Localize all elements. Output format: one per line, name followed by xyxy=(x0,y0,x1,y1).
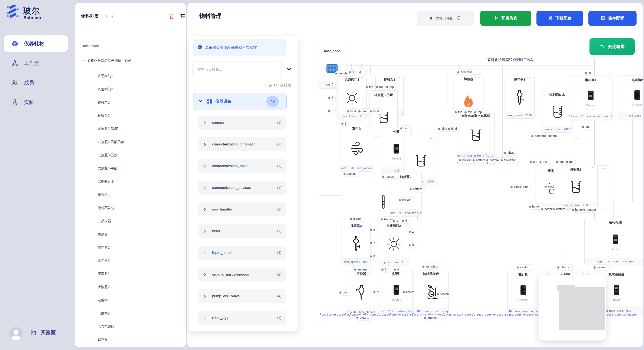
node-menu-icon[interactable]: ••• xyxy=(396,76,401,79)
port-chip[interactable]: gasso... xyxy=(594,265,610,270)
simulation-status-pill[interactable]: 仿真已停止 xyxy=(417,11,474,26)
port-chip[interactable]: 8 xyxy=(403,218,409,223)
port-chip[interactable]: filter_in xyxy=(558,265,573,270)
node-menu-icon[interactable]: ••• xyxy=(576,272,581,274)
node-menu-icon[interactable]: ••• xyxy=(639,220,643,222)
port-chip[interactable]: SolidOut xyxy=(502,157,518,163)
port-chip[interactable]: produc... xyxy=(425,315,441,321)
tree-item[interactable]: 八通阀门1 xyxy=(98,74,113,78)
port-chip[interactable]: 6 xyxy=(329,82,336,87)
download-config-button[interactable]: 下载配置 xyxy=(536,11,583,26)
sidebar-item-members[interactable]: 成员 xyxy=(4,74,68,91)
node-menu-icon[interactable]: ••• xyxy=(363,223,368,225)
node-menu-icon[interactable]: ••• xyxy=(390,92,395,94)
tree-item[interactable]: 八通阀门2 xyxy=(98,87,113,92)
template-item-characterization_chromatic[interactable]: characterization_chromatic(2) xyxy=(198,137,286,151)
port-chip[interactable]: sample... xyxy=(423,264,440,269)
port-chip[interactable]: bind xyxy=(520,184,531,190)
tree-item[interactable]: 转移泵1 xyxy=(98,100,110,105)
node-menu-icon[interactable]: ••• xyxy=(414,174,419,176)
port-chip[interactable]: top xyxy=(475,109,484,115)
port-chip[interactable]: top xyxy=(567,159,576,165)
canvas-node-water5[interactable]: 试剂瓶5-水•••max_volume: 1000 xyxy=(542,90,572,133)
sidebar-item-laboratory[interactable]: 实验室 xyxy=(30,329,56,336)
save-config-button[interactable]: 保存配置 xyxy=(588,11,636,26)
tree-item[interactable]: 电磁阀2 xyxy=(98,311,110,316)
port-chip[interactable]: 8 xyxy=(371,253,377,259)
tree-item[interactable]: 离心机 xyxy=(98,193,108,197)
node-menu-icon[interactable]: ••• xyxy=(527,76,532,79)
tree-item[interactable]: 试剂瓶4-甲醇 xyxy=(98,166,118,171)
tree-item-host-node[interactable]: host_node xyxy=(83,44,99,48)
minimap[interactable] xyxy=(538,275,606,341)
tree-item[interactable]: 废液瓶2 xyxy=(98,285,110,289)
tree-item[interactable]: 搅拌器2 xyxy=(98,259,110,263)
port-chip[interactable]: bind xyxy=(546,184,556,189)
port-chip[interactable]: bind xyxy=(348,108,358,114)
node-menu-icon[interactable]: ••• xyxy=(339,48,344,50)
tree-item[interactable]: 主反应器 xyxy=(98,219,111,223)
category-instruments[interactable]: 仪器设备 49 xyxy=(193,93,287,110)
canvas-node-sep[interactable]: 分液器•••volume: 250has_phases: true xyxy=(347,269,376,316)
sidebar-item-experiments[interactable]: 实验 xyxy=(4,94,68,111)
tree-item[interactable]: 氢气电磁阀 xyxy=(98,325,114,329)
start-simulation-button[interactable]: 开启仿真 xyxy=(480,11,531,26)
port-chip[interactable]: top xyxy=(557,159,566,165)
tree-item[interactable]: 旋转蒸发仪 xyxy=(98,206,114,210)
tree-item[interactable]: 真空泵 xyxy=(98,338,108,342)
refresh-icon[interactable] xyxy=(456,15,461,21)
canvas-node-hgas[interactable]: 氢气气源•••Devicetype: hydrogenmax_pre xyxy=(584,218,643,265)
tree-item[interactable]: 转移泵2 xyxy=(98,114,110,118)
tree-item[interactable]: 试剂瓶5-水 xyxy=(98,179,114,184)
template-item-organic_miscellaneous[interactable]: organic_miscellaneous(2) xyxy=(198,268,286,282)
port-chip[interactable]: stirrer xyxy=(351,216,363,222)
port-chip[interactable]: m... xyxy=(374,289,384,295)
port-chip[interactable]: top xyxy=(540,159,549,165)
template-item-pump_and_valve[interactable]: pump_and_valve(4) xyxy=(198,289,286,303)
port-chip[interactable]: top xyxy=(531,159,540,165)
port-chip[interactable]: gasso... xyxy=(383,174,398,180)
template-item-communication_devices[interactable]: communication_devices(1) xyxy=(198,181,286,195)
node-menu-icon[interactable]: ••• xyxy=(406,271,410,273)
canvas-node-cent[interactable]: 离心机•••Devicetemp: 40min_temp: 4max_spe xyxy=(508,270,539,315)
canvas-node-stirrer1[interactable]: 搅拌器1•••max_speed: 2000 xyxy=(505,75,534,119)
node-menu-icon[interactable]: ••• xyxy=(359,76,364,79)
template-item-camera[interactable]: camera(1) xyxy=(198,116,286,130)
port-chip[interactable]: 5 xyxy=(382,267,389,272)
tree-item[interactable]: 试剂瓶2-乙酸乙酯 xyxy=(98,140,124,144)
template-item-liquid_handler[interactable]: liquid_handler(4) xyxy=(198,246,286,260)
template-item-characterization_optic[interactable]: characterization_optic(1) xyxy=(198,159,286,173)
tree-item[interactable]: 搅拌器1 xyxy=(98,245,110,250)
tree-item[interactable]: 加热器 xyxy=(98,232,108,237)
port-chip[interactable]: 6 xyxy=(371,227,377,233)
port-chip[interactable]: top xyxy=(367,84,376,90)
node-menu-icon[interactable]: ••• xyxy=(430,137,434,140)
canvas-node-recv3[interactable]: 接收瓶3•••max_volume: 250 xyxy=(554,165,598,209)
canvas-node-vacuum[interactable]: 真空泵•••pump_rate: 50max_vacuum: 0.1 xyxy=(341,124,373,172)
port-chip[interactable]: in xyxy=(586,70,593,75)
port-chip[interactable]: 7 xyxy=(329,95,336,101)
user-avatar[interactable] xyxy=(9,327,22,340)
port-chip[interactable]: bottom xyxy=(584,207,598,213)
port-chip[interactable]: bottom xyxy=(487,157,501,163)
tree-item[interactable]: 试剂瓶1-DMF xyxy=(98,127,118,131)
port-chip[interactable]: bottom xyxy=(545,133,559,139)
port-chip[interactable]: botto... xyxy=(357,315,371,321)
port-chip[interactable]: heatchill xyxy=(458,69,474,75)
port-chip[interactable]: 5 xyxy=(342,121,349,127)
sidebar-item-workflow[interactable]: 工作流 xyxy=(4,55,68,71)
port-chip[interactable]: 3 xyxy=(410,242,416,248)
port-chip[interactable]: centrif... xyxy=(518,265,533,270)
beautify-layout-button[interactable]: 美化布局 xyxy=(590,38,635,55)
node-menu-icon[interactable]: ••• xyxy=(532,272,536,274)
port-chip[interactable]: separa... xyxy=(355,267,372,272)
port-chip[interactable]: out xyxy=(583,124,592,130)
port-chip[interactable]: top xyxy=(466,109,474,115)
tree-item-workstation[interactable]: 有机化学流程综合测试工作站 xyxy=(82,59,132,63)
template-item-hotel[interactable]: hotel(1) xyxy=(198,224,286,238)
port-chip[interactable]: colum... xyxy=(404,289,419,295)
node-menu-icon[interactable]: ••• xyxy=(605,77,610,79)
port-chip[interactable]: bind xyxy=(360,108,370,114)
search-input[interactable] xyxy=(192,61,282,78)
port-chip[interactable]: top xyxy=(387,84,396,90)
